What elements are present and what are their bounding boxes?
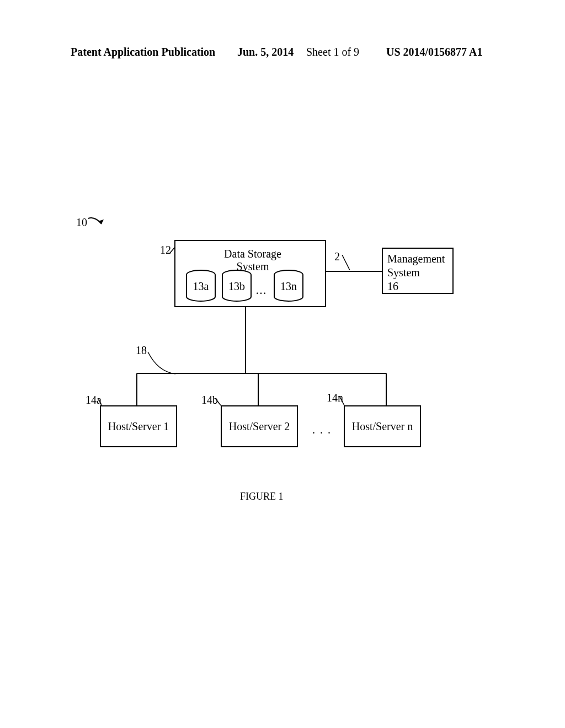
svg-marker-0 bbox=[98, 220, 104, 224]
disk-ellipsis: … bbox=[255, 284, 268, 297]
svg-line-12 bbox=[98, 398, 102, 405]
leader-line-14n bbox=[339, 396, 347, 406]
host-1-box: Host/Server 1 bbox=[100, 405, 177, 447]
host-n-box: Host/Server n bbox=[344, 405, 421, 447]
arrow-icon bbox=[87, 215, 109, 232]
host-1-label: Host/Server 1 bbox=[108, 420, 169, 433]
management-system-box: Management System 16 bbox=[382, 248, 454, 294]
disk-13n-label: 13n bbox=[273, 280, 305, 293]
header-date: Jun. 5, 2014 bbox=[237, 46, 294, 58]
disk-13n: 13n bbox=[273, 269, 305, 297]
disk-13b: 13b bbox=[221, 269, 253, 297]
header-left: Patent Application Publication bbox=[71, 46, 215, 58]
disk-13a-label: 13a bbox=[185, 280, 217, 293]
svg-line-1 bbox=[169, 247, 175, 254]
header-pubnum: US 2014/0156877 A1 bbox=[386, 46, 482, 58]
leader-line-14a bbox=[98, 398, 104, 406]
mgmt-line3: 16 bbox=[387, 280, 448, 293]
svg-line-13 bbox=[215, 398, 221, 405]
ref-mgmt-link: 2 bbox=[334, 250, 340, 263]
host-2-label: Host/Server 2 bbox=[229, 420, 290, 433]
leader-line-12 bbox=[169, 247, 177, 255]
disk-13b-label: 13b bbox=[221, 280, 253, 293]
leader-line-14b bbox=[215, 398, 223, 406]
leader-line-2 bbox=[340, 255, 352, 270]
svg-line-14 bbox=[339, 396, 344, 405]
host-2-box: Host/Server 2 bbox=[221, 405, 298, 447]
ref-system: 10 bbox=[76, 216, 87, 229]
mgmt-line2: System bbox=[387, 266, 448, 280]
svg-line-6 bbox=[342, 255, 350, 270]
header-sheet: Sheet 1 of 9 bbox=[306, 46, 359, 58]
ref-bus: 18 bbox=[136, 344, 147, 357]
mgmt-line1: Management bbox=[387, 252, 448, 266]
figure-caption: FIGURE 1 bbox=[240, 491, 284, 502]
host-ellipsis: . . . bbox=[312, 424, 332, 436]
link-dss-mgmt bbox=[326, 270, 382, 272]
leader-line-18 bbox=[147, 350, 180, 377]
host-n-label: Host/Server n bbox=[352, 420, 413, 433]
disk-13a: 13a bbox=[185, 269, 217, 297]
